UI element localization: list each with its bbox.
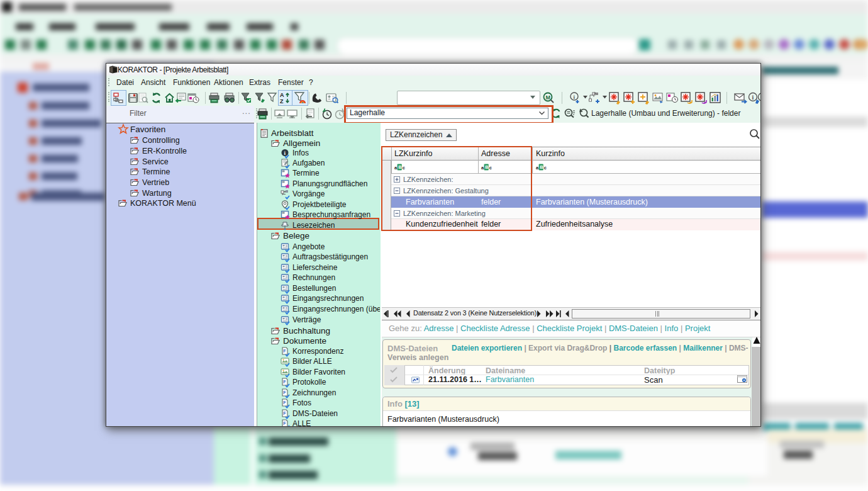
svg-text:F: F (283, 380, 286, 384)
svg-text:i: i (752, 94, 754, 101)
svg-text:F: F (283, 411, 286, 415)
svg-text:F: F (283, 400, 286, 405)
svg-text:F: F (283, 349, 286, 353)
svg-text:B: B (540, 164, 543, 170)
svg-text:M: M (546, 94, 551, 101)
svg-text:A: A (280, 92, 284, 98)
svg-text:F: F (283, 390, 286, 395)
svg-text:a: a (536, 165, 539, 171)
svg-text:i: i (574, 94, 576, 100)
svg-text:F: F (283, 421, 286, 426)
svg-text:Z: Z (280, 98, 284, 104)
svg-text:c: c (544, 165, 547, 171)
